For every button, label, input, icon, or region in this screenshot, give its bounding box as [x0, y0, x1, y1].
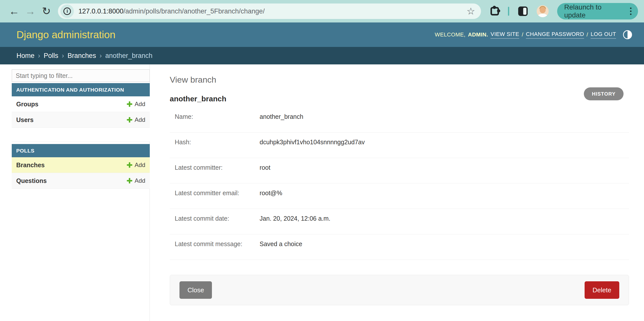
- url-path: /admin/polls/branch/another_5Fbranch/cha…: [124, 8, 265, 15]
- username: ADMIN.: [468, 32, 488, 38]
- field-label: Hash:: [175, 138, 260, 158]
- field-value: another_branch: [260, 113, 303, 132]
- field-row-latest-commit-message: Latest commit message: Saved a choice: [170, 234, 629, 260]
- sidebar-filter-input[interactable]: [12, 70, 150, 82]
- user-tools: WELCOME, ADMIN. VIEW SITE / CHANGE PASSW…: [435, 30, 632, 39]
- field-label: Latest committer:: [175, 164, 260, 183]
- relaunch-to-update-button[interactable]: Relaunch to update: [557, 3, 638, 20]
- url-host: 127.0.0.1:8000: [78, 8, 123, 15]
- model-link-users[interactable]: Users: [16, 116, 34, 124]
- add-groups-link[interactable]: Add: [127, 100, 145, 108]
- side-panel-icon[interactable]: [518, 6, 528, 16]
- field-list: Name: another_branch Hash: dcuhpk3phivf1…: [170, 107, 629, 260]
- object-title: another_branch: [170, 94, 629, 103]
- site-title-link[interactable]: Django administration: [16, 29, 116, 41]
- view-site-link[interactable]: VIEW SITE: [490, 31, 519, 39]
- model-link-groups[interactable]: Groups: [16, 100, 38, 108]
- profile-avatar[interactable]: [537, 5, 549, 17]
- submit-row: Close Delete: [170, 275, 629, 305]
- add-label: Add: [134, 177, 145, 184]
- breadcrumb-polls[interactable]: Polls: [44, 52, 58, 60]
- extensions-icon[interactable]: [490, 7, 499, 16]
- field-label: Name:: [175, 113, 260, 132]
- sidebar-item-questions[interactable]: Questions Add: [12, 173, 150, 189]
- add-label: Add: [134, 116, 145, 123]
- plus-icon: [127, 101, 132, 107]
- polls-module: POLLS Branches Add Questions Add: [12, 144, 150, 189]
- browser-menu-icon[interactable]: [628, 6, 633, 16]
- page-title: View branch: [170, 75, 629, 84]
- toolbar-divider: [508, 7, 509, 16]
- url-text[interactable]: 127.0.0.1:8000/admin/polls/branch/anothe…: [78, 8, 264, 15]
- breadcrumb-home[interactable]: Home: [16, 52, 34, 60]
- add-questions-link[interactable]: Add: [127, 177, 145, 184]
- forward-icon[interactable]: →: [22, 6, 38, 16]
- main-content: View branch HISTORY another_branch Name:…: [150, 64, 644, 321]
- bookmark-star-icon[interactable]: ☆: [466, 6, 475, 17]
- field-row-name: Name: another_branch: [170, 107, 629, 132]
- browser-toolbar: ← → ↻ i 127.0.0.1:8000/admin/polls/branc…: [0, 0, 644, 22]
- sidebar-item-groups[interactable]: Groups Add: [12, 96, 150, 112]
- field-label: Latest commit message:: [175, 240, 260, 260]
- module-caption-polls: POLLS: [12, 144, 150, 157]
- add-label: Add: [134, 162, 145, 168]
- close-button[interactable]: Close: [180, 281, 212, 299]
- auth-module: AUTHENTICATION AND AUTHORIZATION Groups …: [12, 83, 150, 142]
- sidebar-item-users[interactable]: Users Add: [12, 112, 150, 128]
- theme-toggle-icon[interactable]: [623, 30, 632, 39]
- field-value: dcuhpk3phivf1vho104snnnngg2ud7av: [260, 138, 365, 158]
- breadcrumb-separator: ›: [38, 52, 40, 60]
- site-info-icon[interactable]: i: [60, 4, 74, 18]
- history-button[interactable]: HISTORY: [584, 87, 624, 100]
- field-label: Latest committer email:: [175, 190, 260, 209]
- nav-sidebar: AUTHENTICATION AND AUTHORIZATION Groups …: [0, 64, 150, 321]
- back-icon[interactable]: ←: [6, 6, 22, 16]
- breadcrumb: Home › Polls › Branches › another_branch: [0, 47, 644, 64]
- field-value: Jan. 20, 2024, 12:06 a.m.: [260, 215, 330, 234]
- admin-header: Django administration WELCOME, ADMIN. VI…: [0, 22, 644, 47]
- plus-icon: [127, 178, 132, 184]
- breadcrumb-branches[interactable]: Branches: [68, 52, 96, 60]
- field-value: Saved a choice: [260, 240, 302, 260]
- add-label: Add: [134, 100, 145, 108]
- field-row-latest-committer: Latest committer: root: [170, 158, 629, 184]
- field-row-latest-committer-email: Latest committer email: root@%: [170, 184, 629, 209]
- breadcrumb-current: another_branch: [105, 52, 152, 60]
- plus-icon: [127, 117, 132, 122]
- add-users-link[interactable]: Add: [127, 116, 145, 123]
- model-link-questions[interactable]: Questions: [16, 177, 47, 184]
- field-label: Latest commit date:: [175, 215, 260, 234]
- reload-icon[interactable]: ↻: [38, 6, 55, 16]
- module-spacer-row: [12, 128, 150, 142]
- plus-icon: [127, 162, 132, 168]
- model-link-branches[interactable]: Branches: [16, 162, 45, 169]
- relaunch-label: Relaunch to update: [564, 3, 624, 19]
- module-caption-auth: AUTHENTICATION AND AUTHORIZATION: [12, 83, 150, 96]
- address-bar[interactable]: i 127.0.0.1:8000/admin/polls/branch/anot…: [58, 4, 481, 19]
- field-row-latest-commit-date: Latest commit date: Jan. 20, 2024, 12:06…: [170, 209, 629, 234]
- delete-button[interactable]: Delete: [584, 281, 619, 299]
- change-password-link[interactable]: CHANGE PASSWORD: [526, 31, 584, 39]
- field-row-hash: Hash: dcuhpk3phivf1vho104snnnngg2ud7av: [170, 132, 629, 158]
- object-tools: HISTORY: [584, 87, 624, 100]
- breadcrumb-separator: ›: [62, 52, 64, 60]
- log-out-link[interactable]: LOG OUT: [590, 31, 616, 39]
- link-separator: /: [522, 32, 524, 38]
- welcome-text: WELCOME,: [435, 32, 466, 38]
- add-branches-link[interactable]: Add: [127, 162, 145, 168]
- sidebar-item-branches[interactable]: Branches Add: [12, 157, 150, 173]
- field-value: root: [260, 164, 270, 183]
- field-value: root@%: [260, 190, 282, 209]
- link-separator: /: [586, 32, 588, 38]
- breadcrumb-separator: ›: [100, 52, 102, 60]
